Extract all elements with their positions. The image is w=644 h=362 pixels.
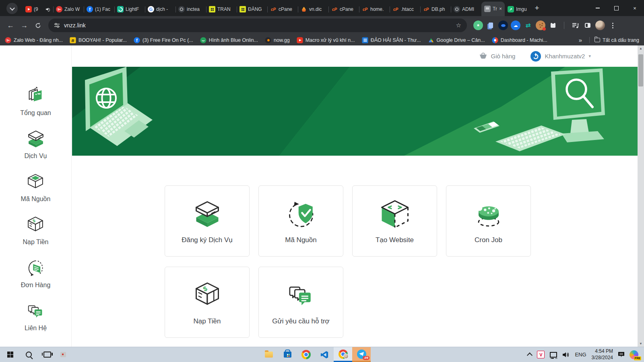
- extensions-puzzle-icon[interactable]: [548, 21, 558, 30]
- tray-hidden-icons-chevron-icon[interactable]: [527, 352, 533, 358]
- bookmark-dao-hai-san[interactable]: ĐẢO HẢI SẢN - Thư...: [362, 37, 421, 43]
- scrollbar-down-arrow-icon[interactable]: ▼: [638, 341, 644, 347]
- tab-imgur[interactable]: Imgur: [505, 2, 530, 16]
- tab-admin[interactable]: ADMI: [451, 2, 481, 16]
- new-tab-button[interactable]: +: [531, 2, 543, 14]
- reload-button[interactable]: [31, 19, 44, 32]
- start-button[interactable]: [1, 347, 19, 362]
- chrome-menu-kebab-icon[interactable]: [608, 21, 617, 30]
- support-icon: [285, 280, 317, 312]
- unikey-icon[interactable]: V: [537, 351, 545, 358]
- tab-facebook[interactable]: (1) Fac: [84, 2, 114, 16]
- taskbar-search-button[interactable]: [19, 347, 38, 362]
- telegram-button[interactable]: .09: [352, 347, 371, 362]
- tab-close-icon[interactable]: ×: [499, 6, 502, 11]
- user-menu[interactable]: Khanhmuzatv2 ▾: [530, 51, 591, 62]
- vscode-button[interactable]: [315, 347, 334, 362]
- task-view-button[interactable]: [38, 347, 56, 362]
- sidebar-item-nap-tien[interactable]: Nạp Tiền: [23, 215, 48, 246]
- tab-cpanel-2[interactable]: cPane: [328, 2, 359, 16]
- sidebar-item-lien-he[interactable]: Liên Hệ: [25, 301, 47, 332]
- bookmark-zalo[interactable]: Zalo Web - Đăng nh...: [5, 37, 63, 43]
- forward-button[interactable]: →: [18, 19, 31, 32]
- tab-search-button[interactable]: [6, 3, 18, 14]
- cart-button[interactable]: Giỏ hàng: [479, 52, 516, 60]
- sidebar-item-ma-nguon[interactable]: Mã Nguồn: [21, 172, 51, 203]
- cpanel-icon: [362, 6, 368, 12]
- tab-label: Imgur: [516, 6, 527, 12]
- address-bar[interactable]: vnzz.link ☆: [48, 19, 467, 32]
- tab-label: inctea: [187, 6, 203, 12]
- chrome-button[interactable]: [297, 347, 315, 362]
- tab-dang[interactable]: ĐĂNG: [237, 2, 267, 16]
- card-nap-tien[interactable]: Nạp Tiền: [165, 267, 250, 338]
- taskbar-clock[interactable]: 4:54 PM 3/28/2024: [592, 348, 613, 361]
- back-button[interactable]: ←: [4, 19, 17, 32]
- action-center-icon[interactable]: [618, 352, 624, 358]
- chrome-profile-button-active[interactable]: [334, 347, 352, 362]
- card-tao-website[interactable]: Tạo Website: [352, 185, 437, 257]
- bookmark-blue-online[interactable]: Hình ảnh Blue Onlin...: [200, 37, 258, 43]
- tab-vndic[interactable]: vn.dic: [298, 2, 328, 16]
- sidebar-item-tong-quan[interactable]: Tổng quan: [20, 86, 51, 117]
- tab-label: home.: [370, 6, 387, 12]
- sidebar-item-don-hang[interactable]: Đơn Hàng: [21, 258, 51, 289]
- bookmark-star-icon[interactable]: ☆: [456, 22, 461, 29]
- google-drive-icon: [428, 37, 434, 43]
- card-ma-nguon[interactable]: Mã Nguồn: [258, 185, 343, 257]
- window-close-button[interactable]: ×: [625, 0, 644, 16]
- bookmark-nowgg[interactable]: now.gg: [265, 37, 290, 43]
- browser-profile-avatar[interactable]: [595, 21, 605, 30]
- tab-label: .htacc: [401, 6, 417, 12]
- page-header: Giỏ hàng Khanhmuzatv2 ▾: [72, 45, 638, 67]
- playlist-icon[interactable]: [570, 21, 580, 30]
- tab-cpanel-1[interactable]: cPane: [267, 2, 298, 16]
- bookmark-google-drive[interactable]: Google Drive – Cản...: [428, 37, 485, 43]
- scrollbar-thumb[interactable]: [638, 54, 643, 86]
- tab-zalo[interactable]: Zalo W: [53, 2, 84, 16]
- tab-active-vnzz[interactable]: Tr ×: [481, 2, 505, 16]
- bookmark-freefire[interactable]: (3) Free Fire On Pc (...: [134, 37, 193, 43]
- tab-lightpdf[interactable]: LightF: [114, 2, 145, 16]
- window-maximize-button[interactable]: [607, 0, 625, 16]
- eye-extension-icon[interactable]: [498, 21, 508, 30]
- card-cron-job[interactable]: Cron Job: [446, 185, 531, 257]
- card-label: Tạo Website: [376, 236, 414, 244]
- orders-icon: [25, 258, 46, 279]
- microsoft-store-button[interactable]: [278, 347, 297, 362]
- pinned-app-button[interactable]: [56, 347, 70, 362]
- toolbar-divider: [564, 22, 564, 29]
- bookmark-booyah[interactable]: BOOYAH! - Popular...: [70, 37, 127, 43]
- card-dang-ky-dich-vu[interactable]: Đăng ký Dịch Vụ: [165, 185, 250, 257]
- language-indicator[interactable]: ENG: [575, 352, 586, 358]
- side-panel-icon[interactable]: [583, 21, 592, 30]
- sidebar-item-dich-vu[interactable]: Dịch Vụ: [24, 129, 47, 160]
- cookie-extension-icon[interactable]: [536, 21, 545, 30]
- file-explorer-button[interactable]: [260, 347, 278, 362]
- tab-youtube[interactable]: (9: [23, 2, 53, 16]
- sync-extension-icon[interactable]: [523, 21, 533, 30]
- tab-google-translate[interactable]: dịch -: [145, 2, 175, 16]
- bookmark-macro[interactable]: Macro xử lý vũ khí n...: [297, 37, 355, 43]
- tab-cpanel-home[interactable]: home.: [359, 2, 390, 16]
- bookmarks-overflow-chevron-icon[interactable]: »: [576, 37, 584, 43]
- copilot-icon[interactable]: PRE: [630, 350, 638, 359]
- card-gui-yeu-cau-ho-tro[interactable]: Gửi yêu cầu hỗ trợ: [258, 267, 343, 338]
- bookmark-dashboard[interactable]: Dashboard - Machi...: [492, 37, 547, 43]
- tab-cpanel-db[interactable]: DB.ph: [420, 2, 451, 16]
- site-info-icon[interactable]: [54, 23, 60, 28]
- docs-extension-icon[interactable]: [486, 21, 495, 30]
- tab-inctea[interactable]: inctea: [175, 2, 206, 16]
- tab-label: ĐĂNG: [248, 6, 264, 12]
- tab-tran[interactable]: TRAN: [206, 2, 237, 16]
- tab-cpanel-htaccess[interactable]: .htacc: [390, 2, 420, 16]
- cloud-extension-icon[interactable]: [511, 21, 520, 30]
- bookmark-label: Dashboard - Machi...: [501, 37, 547, 43]
- page-scrollbar[interactable]: ▲ ▼: [638, 45, 644, 347]
- scrollbar-up-arrow-icon[interactable]: ▲: [638, 45, 644, 51]
- chatgpt-extension-icon[interactable]: [473, 21, 483, 30]
- volume-icon[interactable]: [562, 352, 570, 358]
- window-minimize-button[interactable]: [588, 0, 607, 16]
- network-icon[interactable]: [550, 352, 557, 358]
- all-bookmarks-button[interactable]: Tất cả dấu trang: [594, 37, 639, 43]
